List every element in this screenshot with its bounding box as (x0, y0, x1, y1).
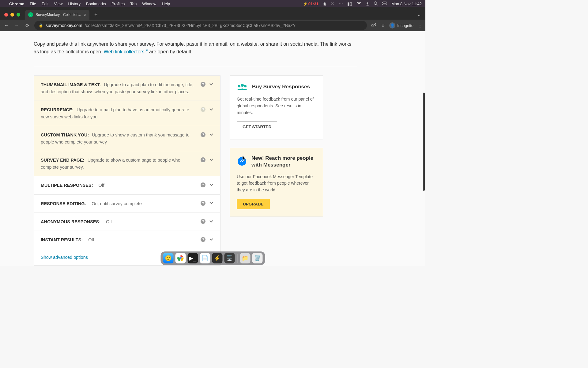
dock-divider (237, 254, 237, 263)
dock-app-1[interactable]: ⚡ (212, 253, 222, 263)
bookmark-star-icon[interactable]: ☆ (381, 23, 385, 28)
dock-chrome[interactable] (175, 253, 186, 263)
battery-status[interactable]: ⚡01:31 (303, 2, 318, 6)
dock-trash[interactable]: 🗑️ (252, 253, 262, 263)
menubar-edit[interactable]: Edit (42, 2, 48, 6)
setting-value: On, until survey complete (92, 201, 142, 206)
messenger-card: New! Reach more people with Messenger Us… (230, 148, 323, 217)
help-icon[interactable]: ? (201, 82, 205, 87)
chevron-down-icon[interactable] (209, 219, 213, 224)
help-icon[interactable]: ? (201, 219, 205, 224)
forward-button[interactable]: → (13, 23, 20, 28)
status-icon-2[interactable]: ⋯ (339, 1, 343, 6)
web-link-collectors-link[interactable]: Web link collectors↗ (104, 49, 148, 54)
menubar-history[interactable]: History (68, 2, 80, 6)
setting-controls: ? (196, 200, 213, 206)
menubar-window[interactable]: Window (142, 2, 156, 6)
mac-menubar: Chrome File Edit View History Bookmarks … (0, 0, 425, 7)
setting-row[interactable]: INSTANT RESULTS:Off? (34, 231, 220, 249)
menubar-app[interactable]: Chrome (9, 2, 24, 6)
menubar-profiles[interactable]: Profiles (111, 2, 125, 6)
svg-point-5 (241, 84, 244, 87)
menubar-bookmarks[interactable]: Bookmarks (86, 2, 106, 6)
spotlight-icon[interactable]: ◎ (366, 1, 369, 6)
upgrade-button[interactable]: UPGRADE (237, 199, 270, 209)
menubar-tab[interactable]: Tab (130, 2, 137, 6)
setting-row[interactable]: SURVEY END PAGE:Upgrade to show a custom… (34, 151, 220, 176)
setting-text: THUMBNAIL IMAGE & TEXT:Upgrade to a paid… (41, 81, 196, 95)
setting-controls: ? (196, 132, 213, 137)
setting-controls: ? (196, 218, 213, 224)
promo-sidebar: Buy Survey Responses Get real-time feedb… (230, 75, 323, 217)
svg-line-1 (376, 4, 378, 5)
reload-button[interactable]: ⟳ (24, 23, 31, 29)
help-icon[interactable]: ? (201, 182, 205, 187)
setting-label: CUSTOM THANK YOU: (41, 132, 89, 137)
chevron-down-icon[interactable] (209, 82, 213, 87)
setting-label: MULTIPLE RESPONSES: (41, 183, 93, 188)
tab-overflow-icon[interactable]: ⌄ (413, 12, 425, 20)
lock-icon: 🔒 (39, 23, 43, 28)
chevron-down-icon[interactable] (209, 183, 213, 187)
external-link-icon: ↗ (145, 48, 148, 53)
chrome-window: ✓ SurveyMonkey - Collector Det… × + ⌄ ← … (0, 7, 425, 266)
intro-text-1: Copy and paste this link anywhere to sha… (34, 41, 351, 54)
help-icon[interactable]: ? (201, 201, 205, 206)
chevron-down-icon[interactable] (209, 107, 213, 112)
toggl-icon[interactable]: ◉ (323, 1, 326, 6)
dock-app-2[interactable]: 🖥️ (224, 253, 235, 263)
minimize-window-button[interactable] (10, 13, 14, 17)
chrome-menu-icon[interactable]: ⋮ (418, 23, 422, 28)
close-tab-icon[interactable]: × (84, 12, 86, 17)
menubar-file[interactable]: File (30, 2, 36, 6)
dock-finder[interactable]: 🙂 (163, 253, 173, 263)
incognito-badge: 👤 Incognito (389, 22, 413, 29)
browser-tab[interactable]: ✓ SurveyMonkey - Collector Det… × (25, 10, 89, 20)
dock-downloads[interactable]: 📁 (240, 253, 250, 263)
wifi-icon[interactable] (356, 1, 361, 6)
scrollbar[interactable] (422, 31, 425, 266)
setting-label: SURVEY END PAGE: (41, 158, 85, 163)
search-icon[interactable] (374, 1, 378, 6)
maximize-window-button[interactable] (17, 13, 20, 17)
control-center-icon[interactable] (382, 1, 387, 6)
setting-row[interactable]: MULTIPLE RESPONSES:Off? (34, 176, 220, 194)
eye-blocked-icon[interactable] (371, 23, 377, 29)
menubar-view[interactable]: View (54, 2, 62, 6)
status-icon-1[interactable]: ✕ (331, 1, 334, 6)
help-icon[interactable]: ? (201, 157, 205, 162)
back-button[interactable]: ← (3, 23, 10, 28)
setting-row[interactable]: THUMBNAIL IMAGE & TEXT:Upgrade to a paid… (34, 76, 220, 101)
help-icon[interactable]: ? (201, 237, 205, 242)
buy-responses-title: Buy Survey Responses (252, 83, 310, 90)
menubar-help[interactable]: Help (162, 2, 170, 6)
setting-text: CUSTOM THANK YOU:Upgrade to show a custo… (41, 132, 196, 145)
help-icon[interactable]: ? (201, 107, 205, 112)
url-field[interactable]: 🔒 surveymonkey.com/collect/?sm=3sXF_2Btw… (34, 21, 367, 30)
messenger-body: Use our Facebook Messenger Template to g… (237, 174, 316, 194)
close-window-button[interactable] (4, 13, 8, 17)
chevron-down-icon[interactable] (209, 132, 213, 137)
battery-icon[interactable]: ▮▯ (347, 1, 352, 6)
setting-row[interactable]: RESPONSE EDITING:On, until survey comple… (34, 195, 220, 213)
dock-notes[interactable]: 📄 (200, 253, 210, 263)
menubar-clock[interactable]: Mon 8 Nov 11:42 (391, 2, 422, 6)
setting-row[interactable]: CUSTOM THANK YOU:Upgrade to show a custo… (34, 126, 220, 151)
chevron-down-icon[interactable] (209, 237, 213, 242)
get-started-button[interactable]: GET STARTED (237, 121, 277, 132)
setting-controls: ? (196, 106, 213, 112)
setting-label: RESPONSE EDITING: (41, 201, 86, 206)
intro-text-2: are open by default. (148, 49, 193, 54)
dock-terminal[interactable]: ▶_ (187, 253, 198, 263)
chevron-down-icon[interactable] (209, 201, 213, 205)
help-icon[interactable]: ? (201, 132, 205, 137)
setting-controls: ? (196, 81, 213, 87)
setting-row[interactable]: RECURRENCE:Upgrade to a paid plan to hav… (34, 101, 220, 126)
page-content: Copy and paste this link anywhere to sha… (0, 31, 425, 266)
scroll-thumb[interactable] (423, 93, 425, 191)
setting-value: Off (88, 237, 94, 242)
messenger-icon (237, 157, 247, 166)
new-tab-button[interactable]: + (91, 11, 101, 20)
chevron-down-icon[interactable] (209, 158, 213, 162)
setting-row[interactable]: ANONYMOUS RESPONSES:Off? (34, 213, 220, 231)
